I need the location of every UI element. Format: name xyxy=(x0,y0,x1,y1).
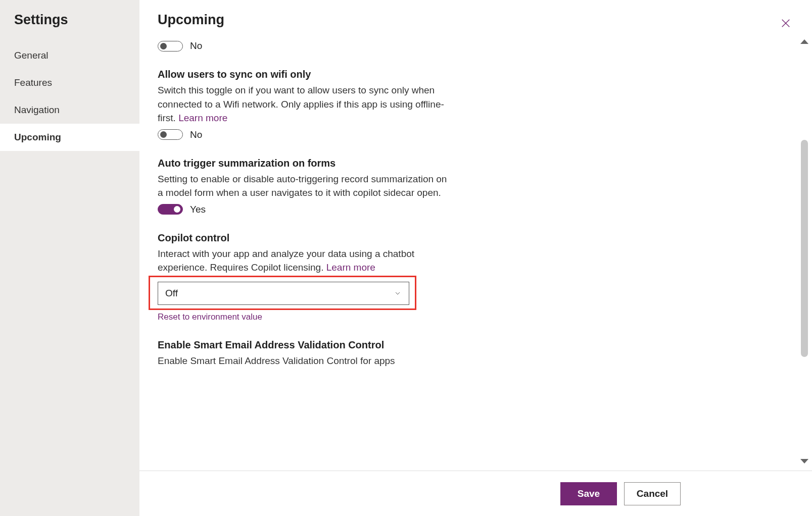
learn-more-link[interactable]: Learn more xyxy=(326,262,375,273)
page-title: Upcoming xyxy=(158,12,224,28)
setting-smart-email: Enable Smart Email Address Validation Co… xyxy=(158,339,779,368)
sidebar-item-label: General xyxy=(14,50,49,61)
sidebar-item-general[interactable]: General xyxy=(0,42,139,69)
sidebar-item-features[interactable]: Features xyxy=(0,69,139,96)
setting-title: Auto trigger summarization on forms xyxy=(158,158,779,169)
toggle-row: Yes xyxy=(158,204,779,215)
scroll-thumb[interactable] xyxy=(801,140,808,357)
setting-title: Allow users to sync on wifi only xyxy=(158,69,779,80)
cancel-button[interactable]: Cancel xyxy=(624,482,681,505)
setting-toggle[interactable] xyxy=(158,41,183,51)
setting-auto-summarize: Auto trigger summarization on forms Sett… xyxy=(158,158,779,215)
setting-title: Enable Smart Email Address Validation Co… xyxy=(158,339,779,351)
scrollbar xyxy=(797,36,812,471)
settings-sidebar: Settings General Features Navigation Upc… xyxy=(0,0,139,516)
setting-wifi-sync: Allow users to sync on wifi only Switch … xyxy=(158,69,779,140)
sidebar-item-upcoming[interactable]: Upcoming xyxy=(0,124,139,151)
main-header: Upcoming xyxy=(139,0,812,36)
toggle-state-label: No xyxy=(190,40,202,51)
toggle-state-label: Yes xyxy=(190,204,206,215)
auto-summarize-toggle[interactable] xyxy=(158,204,183,215)
setting-title: Copilot control xyxy=(158,232,779,244)
reset-to-environment-link[interactable]: Reset to environment value xyxy=(158,312,262,322)
setting-description: Switch this toggle on if you want to all… xyxy=(158,83,451,125)
setting-description: Setting to enable or disable auto-trigge… xyxy=(158,172,451,200)
scroll-down-arrow[interactable] xyxy=(800,459,808,463)
chevron-down-icon xyxy=(394,289,402,297)
toggle-row: No xyxy=(158,129,779,140)
dropdown-selected-value: Off xyxy=(165,288,178,299)
sidebar-item-label: Features xyxy=(14,77,52,88)
scrollable-content: No Allow users to sync on wifi only Swit… xyxy=(139,36,812,471)
wifi-sync-toggle[interactable] xyxy=(158,129,183,140)
toggle-row: No xyxy=(158,40,779,51)
footer: Save Cancel xyxy=(139,471,812,516)
sidebar-item-label: Upcoming xyxy=(14,132,61,142)
setting-description: Interact with your app and analyze your … xyxy=(158,247,451,275)
scroll-track[interactable] xyxy=(801,49,808,459)
setting-description: Enable Smart Email Address Validation Co… xyxy=(158,354,451,368)
setting-copilot-control: Copilot control Interact with your app a… xyxy=(158,232,779,322)
sidebar-item-navigation[interactable]: Navigation xyxy=(0,96,139,124)
close-icon xyxy=(780,18,791,29)
toggle-state-label: No xyxy=(190,129,202,140)
main-pane: Upcoming No Allow users to sync on wifi … xyxy=(139,0,812,516)
save-button[interactable]: Save xyxy=(560,482,617,505)
scroll-up-arrow[interactable] xyxy=(800,39,808,44)
copilot-dropdown[interactable]: Off xyxy=(158,282,409,305)
sidebar-item-label: Navigation xyxy=(14,105,60,115)
learn-more-link[interactable]: Learn more xyxy=(178,113,227,123)
sidebar-title: Settings xyxy=(0,12,139,42)
close-button[interactable] xyxy=(778,15,794,31)
copilot-dropdown-container: Off xyxy=(158,282,409,305)
